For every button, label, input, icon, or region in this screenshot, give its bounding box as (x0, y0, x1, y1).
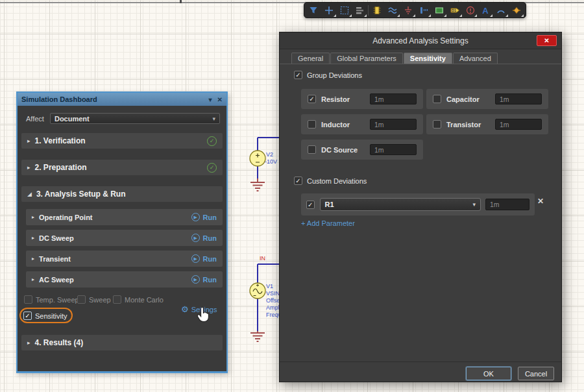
monte-carlo-checkbox[interactable] (113, 295, 121, 304)
v2-designator[interactable]: V2 (266, 151, 273, 158)
tab-general[interactable]: General (291, 53, 330, 64)
section-label: 4. Results (4) (35, 338, 217, 347)
power-port-icon[interactable] (400, 3, 416, 18)
align-icon[interactable] (352, 3, 368, 18)
tab-global-parameters[interactable]: Global Parameters (330, 53, 403, 64)
schematic-toolbar: D1 A (304, 2, 526, 18)
panel-close-icon[interactable]: ✕ (217, 96, 223, 103)
run-label: Run (203, 234, 217, 242)
panel-title: Simulation Dashboard (21, 95, 204, 103)
tab-advanced[interactable]: Advanced (453, 53, 498, 64)
no-erc-icon[interactable] (463, 3, 478, 18)
stimulus-icon[interactable] (416, 3, 432, 18)
section-results[interactable]: ▸ 4. Results (4) (21, 335, 223, 350)
panel-menu-icon[interactable]: ▾ (209, 96, 212, 103)
analysis-label: Operating Point (39, 214, 191, 221)
remove-parameter-button[interactable]: ✕ (537, 197, 544, 206)
dialog-close-button[interactable]: ✕ (537, 35, 557, 46)
panel-body: Affect Document ▾ ▸ 1. Verification ✓ ▸ … (18, 106, 226, 371)
ground-symbol-v1[interactable] (250, 331, 265, 341)
section-preparation[interactable]: ▸ 2. Preparation ✓ (21, 160, 223, 175)
filter-icon[interactable] (306, 3, 321, 18)
transistor-label: Transistor (446, 121, 495, 129)
group-deviations-row: ✓ Group Deviations (294, 71, 362, 79)
run-dc-sweep-button[interactable]: ▶ Run (191, 234, 217, 242)
check-icon: ✓ (309, 95, 314, 103)
temp-sweep-checkbox[interactable] (24, 295, 32, 304)
add-parameter-link[interactable]: + Add Parameter (301, 219, 355, 227)
panel-titlebar[interactable]: Simulation Dashboard ▾ ✕ (18, 93, 226, 106)
dialog-title: Advanced Analysis Settings (372, 36, 468, 45)
net-label-icon[interactable]: D1 (447, 3, 463, 18)
analysis-operating-point[interactable]: ▸ Operating Point ▶ Run (26, 209, 223, 225)
ok-button[interactable]: OK (466, 367, 511, 380)
inductor-deviation-input[interactable] (370, 119, 417, 130)
toolbar-separator (368, 5, 369, 16)
dialog-footer: OK Cancel (280, 361, 561, 383)
analysis-ac-sweep[interactable]: ▸ AC Sweep ▶ Run (26, 271, 223, 288)
capacitor-deviation-input[interactable] (495, 93, 542, 104)
custom-row-checkbox[interactable]: ✓ (306, 201, 315, 209)
v1-model[interactable]: VSIN (266, 290, 280, 297)
settings-label: Settings (191, 306, 217, 313)
voltage-source-v1[interactable] (250, 283, 265, 299)
section-analysis-setup[interactable]: ◢ 3. Analysis Setup & Run (21, 186, 223, 202)
dropdown-corner (474, 14, 477, 17)
selection-box-icon[interactable] (337, 3, 352, 18)
run-transient-button[interactable]: ▶ Run (191, 254, 217, 263)
analysis-label: DC Sweep (39, 234, 191, 242)
v2-value[interactable]: -10V (265, 158, 277, 165)
dialog-tabs: General Global Parameters Sensitivity Ad… (291, 53, 498, 64)
tab-sensitivity[interactable]: Sensitivity (404, 53, 452, 64)
affect-select[interactable]: Document ▾ (50, 113, 220, 124)
collapsed-arrow-icon: ▸ (32, 256, 34, 262)
run-ac-sweep-button[interactable]: ▶ Run (191, 275, 217, 284)
sensitivity-checkbox[interactable]: ✓ (23, 312, 32, 320)
run-label: Run (203, 255, 217, 263)
capacitor-checkbox[interactable] (433, 95, 441, 103)
analysis-dc-sweep[interactable]: ▸ DC Sweep ▶ Run (26, 230, 223, 246)
dialog-titlebar[interactable]: Advanced Analysis Settings ✕ (280, 32, 561, 49)
custom-deviations-label: Custom Deviations (307, 177, 367, 185)
analysis-transient[interactable]: ▸ Transient ▶ Run (26, 251, 223, 267)
wire-icon[interactable] (385, 3, 400, 18)
component-icon[interactable] (432, 3, 447, 18)
junction-icon[interactable] (509, 3, 524, 18)
play-icon: ▶ (191, 213, 200, 221)
inductor-checkbox[interactable] (308, 120, 316, 129)
sweep-label: Sweep (89, 296, 111, 304)
resistor-checkbox[interactable]: ✓ (308, 95, 316, 103)
check-icon: ✓ (25, 312, 30, 319)
part-icon[interactable] (369, 3, 385, 18)
custom-deviation-input[interactable] (485, 199, 529, 210)
v1-designator[interactable]: V1 (266, 283, 273, 289)
ground-symbol-v2[interactable] (250, 178, 265, 191)
section-verification[interactable]: ▸ 1. Verification ✓ (21, 133, 223, 149)
run-operating-point-button[interactable]: ▶ Run (191, 213, 217, 221)
transistor-deviation-input[interactable] (495, 119, 542, 130)
window-edge-tick (180, 0, 182, 3)
dc-source-checkbox[interactable] (308, 145, 316, 154)
arc-icon[interactable] (493, 3, 509, 18)
text-string-icon[interactable]: A (478, 3, 493, 18)
settings-link[interactable]: ⚙ Settings (181, 304, 217, 314)
dc-source-deviation-input[interactable] (370, 144, 417, 155)
dropdown-corner (444, 14, 446, 17)
cancel-button[interactable]: Cancel (518, 367, 554, 380)
resistor-deviation-input[interactable] (370, 93, 417, 104)
net-label-in[interactable]: IN (260, 255, 265, 262)
voltage-source-v2[interactable] (250, 151, 265, 166)
custom-deviations-checkbox[interactable]: ✓ (294, 177, 302, 185)
sweep-checkbox[interactable] (77, 295, 86, 304)
transistor-checkbox[interactable] (433, 120, 441, 129)
group-deviations-checkbox[interactable]: ✓ (294, 71, 302, 79)
crosshair-icon[interactable] (321, 3, 337, 18)
group-deviations-label: Group Deviations (307, 71, 362, 79)
analysis-label: AC Sweep (39, 276, 191, 284)
check-icon: ✓ (308, 201, 313, 208)
parameter-select[interactable]: R1 ▾ (320, 198, 481, 211)
section-label: 3. Analysis Setup & Run (36, 190, 217, 199)
deviation-card-resistor: ✓ Resistor (301, 89, 423, 109)
temp-sweep-label: Temp. Sweep (36, 296, 79, 304)
close-icon: ✕ (544, 37, 549, 44)
